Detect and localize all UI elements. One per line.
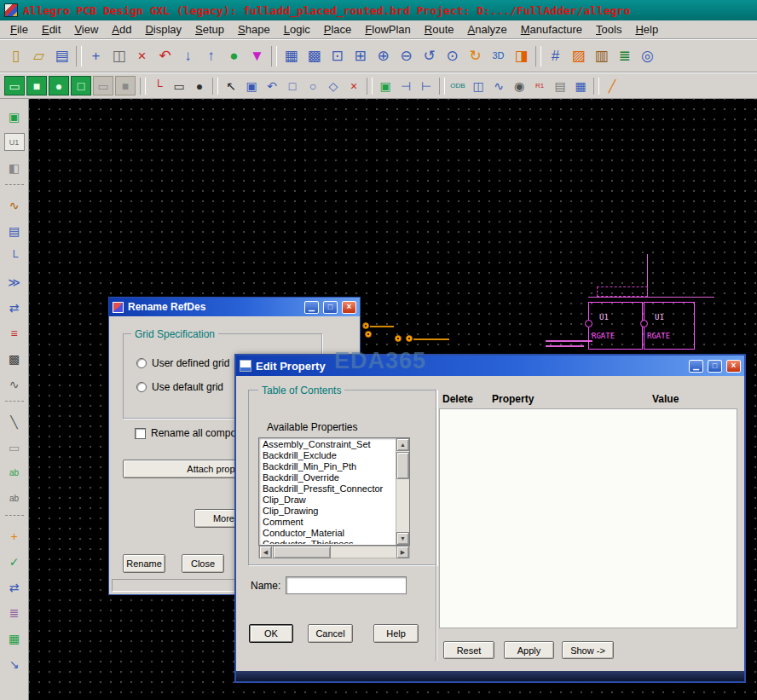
menu-logic[interactable]: Logic: [277, 21, 317, 38]
shape-add-icon[interactable]: ▭: [4, 76, 25, 95]
property-item[interactable]: Clip_Drawing: [260, 506, 395, 517]
color-dialog-icon[interactable]: ▨: [567, 44, 590, 67]
fix-tool-icon[interactable]: ╱: [602, 76, 622, 95]
menu-analyze[interactable]: Analyze: [461, 21, 514, 38]
green-grid-icon[interactable]: ▦: [4, 629, 25, 647]
redraw-icon[interactable]: ↻: [464, 44, 487, 67]
flip-design-icon[interactable]: ◨: [510, 44, 533, 67]
rename-maximize-button[interactable]: □: [323, 301, 338, 314]
world-view-icon[interactable]: ●: [222, 44, 246, 67]
grid-dialog-icon[interactable]: ▦: [570, 76, 591, 95]
layers-red-icon[interactable]: ≡: [4, 324, 25, 342]
radio-icon[interactable]: [136, 382, 147, 392]
impedance-icon[interactable]: ∿: [4, 375, 25, 393]
ok-button[interactable]: OK: [249, 624, 293, 643]
signal-probe-icon[interactable]: ∿: [488, 76, 509, 95]
dark-grid-icon[interactable]: ▩: [4, 350, 25, 367]
add-line-icon[interactable]: └: [148, 76, 169, 95]
radio-use-default-grid[interactable]: Use default grid: [136, 381, 223, 393]
add-filled-circle-icon[interactable]: ●: [189, 76, 210, 95]
menu-file[interactable]: File: [3, 21, 35, 38]
rect-outline-icon[interactable]: □: [282, 76, 303, 95]
grid-window-icon[interactable]: ▦: [280, 44, 303, 67]
rename-minimize-button[interactable]: ▁: [304, 301, 319, 314]
edit-dialog-titlebar[interactable]: Edit Property ▁ □ ×: [236, 356, 744, 376]
radio-user-defined-grid[interactable]: User defined grid: [136, 357, 229, 369]
circle-outline-icon[interactable]: ○: [303, 76, 323, 95]
menu-flowplan[interactable]: FlowPlan: [358, 21, 417, 38]
text-tool-icon[interactable]: ab: [4, 464, 25, 482]
close-dialog-button[interactable]: Close: [182, 554, 224, 573]
property-item[interactable]: Backdrill_Override: [260, 472, 395, 483]
edit-maximize-button[interactable]: □: [708, 360, 722, 373]
zoom-in-icon[interactable]: ⊕: [372, 44, 395, 67]
menu-setup[interactable]: Setup: [188, 21, 231, 38]
shadow-mode-icon[interactable]: ≣: [613, 44, 636, 67]
property-item[interactable]: Backdrill_Pressfit_Connector: [260, 483, 395, 495]
show-button[interactable]: Show ->: [562, 641, 614, 659]
cancel-button[interactable]: Cancel: [308, 624, 353, 643]
rename-close-button[interactable]: ×: [342, 301, 356, 314]
property-item[interactable]: Backdrill_Min_Pin_Pth: [260, 461, 395, 472]
scroll-up-button[interactable]: ▲: [396, 438, 409, 451]
horizontal-scrollbar[interactable]: ◀ ▶: [258, 546, 410, 558]
checkbox-icon[interactable]: [135, 428, 146, 439]
available-properties-list[interactable]: Assembly_Constraint_SetBackdrill_Exclude…: [258, 437, 410, 546]
pencil-trace-icon[interactable]: ∿: [4, 196, 25, 214]
zoom-out-icon[interactable]: ⊖: [395, 44, 418, 67]
zoom-previous-icon[interactable]: ↺: [418, 44, 441, 67]
fanout-right-icon[interactable]: ⊢: [416, 76, 436, 95]
refdes-label-icon[interactable]: U1: [4, 133, 25, 151]
menu-add[interactable]: Add: [105, 21, 138, 38]
property-item[interactable]: Conductor_Material: [260, 528, 395, 539]
line-tool-icon[interactable]: ╲: [4, 413, 25, 431]
grid-fill-icon[interactable]: ▩: [303, 44, 326, 67]
new-drawing-icon[interactable]: ▯: [4, 44, 27, 67]
refdes-tool-icon[interactable]: R1: [529, 76, 550, 95]
menu-place[interactable]: Place: [317, 21, 359, 38]
pin-tool-icon[interactable]: ◧: [4, 159, 25, 176]
edit-minimize-button[interactable]: ▁: [689, 360, 703, 373]
notebook-icon[interactable]: ▤: [4, 222, 25, 240]
menu-tools[interactable]: Tools: [589, 21, 628, 38]
download-icon[interactable]: ↓: [176, 44, 199, 67]
open-drawing-icon[interactable]: ▱: [27, 44, 50, 67]
vertical-scroll-thumb[interactable]: [396, 452, 409, 479]
pointer-icon[interactable]: ↖: [221, 76, 241, 95]
save-drawing-icon[interactable]: ▤: [50, 44, 73, 67]
checkbox-rename-all[interactable]: Rename all compone: [135, 427, 247, 439]
place-part-icon[interactable]: ▣: [375, 76, 396, 95]
library-icon[interactable]: ◫: [468, 76, 488, 95]
property-item[interactable]: Comment: [260, 517, 395, 528]
window-select-icon[interactable]: ▣: [241, 76, 262, 95]
camera-icon[interactable]: ◉: [509, 76, 529, 95]
fanout-left-icon[interactable]: ⊣: [396, 76, 416, 95]
shape-add-circle-icon[interactable]: ●: [49, 76, 69, 95]
pin-icon[interactable]: ▼: [246, 44, 269, 67]
undo-icon[interactable]: ↶: [153, 44, 176, 67]
menu-manufacture[interactable]: Manufacture: [514, 21, 589, 38]
name-input[interactable]: [286, 576, 407, 594]
route-blue-icon[interactable]: ↘: [4, 655, 25, 673]
route-corner-icon[interactable]: └: [4, 247, 25, 265]
menu-route[interactable]: Route: [418, 21, 461, 38]
reset-button[interactable]: Reset: [443, 641, 494, 659]
menu-view[interactable]: View: [67, 21, 105, 38]
route-edit-icon[interactable]: ⇄: [4, 578, 25, 596]
delete-icon[interactable]: ×: [130, 44, 153, 67]
place-module-icon[interactable]: ▣: [4, 107, 25, 125]
copy-icon[interactable]: ◫: [107, 44, 130, 67]
route-bus-icon[interactable]: ≫: [4, 273, 25, 291]
property-item[interactable]: Conductor_Thickness: [260, 539, 395, 544]
scroll-right-button[interactable]: ▶: [396, 546, 409, 558]
property-item[interactable]: Clip_Draw: [260, 495, 395, 506]
horizontal-scroll-thumb[interactable]: [273, 546, 331, 558]
property-item[interactable]: Assembly_Constraint_Set: [260, 439, 395, 450]
add-rect-icon[interactable]: ▭: [169, 76, 189, 95]
delete-element-icon[interactable]: ×: [344, 76, 364, 95]
shape-void-icon[interactable]: ▭: [93, 76, 113, 95]
layer-stack-icon[interactable]: ≣: [4, 604, 25, 622]
view-3d-icon[interactable]: 3D: [487, 44, 510, 67]
route-swap-icon[interactable]: ⇄: [4, 298, 25, 316]
property-value-panel[interactable]: [439, 408, 737, 628]
